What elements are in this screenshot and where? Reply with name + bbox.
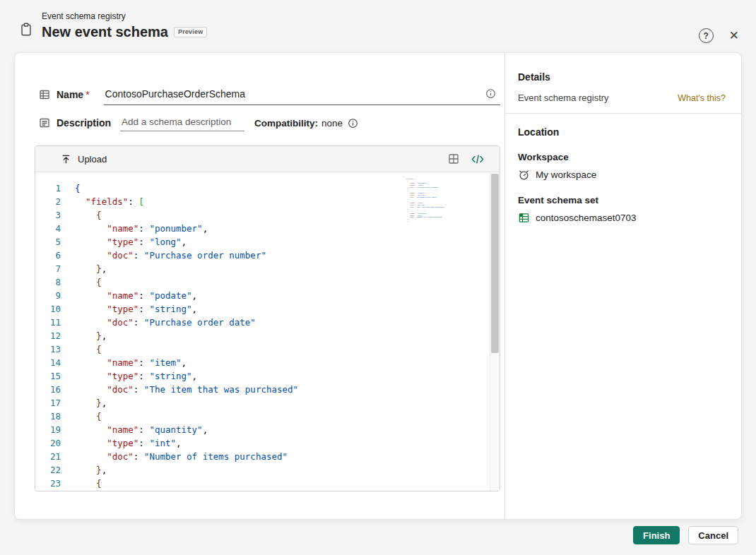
grid-view-icon [448, 153, 459, 165]
name-field-icon [39, 89, 50, 100]
upload-button[interactable]: Upload [61, 154, 107, 165]
dialog-footer: Finish Cancel [633, 526, 738, 544]
form-panel: Name * Description [15, 53, 504, 519]
description-field-row: Description Compatibility: none [39, 114, 500, 131]
name-input-wrap [104, 84, 500, 105]
schema-set-label: Event schema set [518, 195, 726, 205]
editor-toolbar: Upload [35, 146, 500, 172]
dialog-header: Event schema registry New event schema P… [18, 11, 739, 43]
compatibility-value: none [321, 118, 343, 129]
help-button[interactable]: ? [699, 28, 714, 43]
header-titles: Event schema registry New event schema P… [42, 11, 207, 43]
editor-scrollbar [490, 172, 500, 491]
code-view-button[interactable] [471, 154, 484, 165]
cancel-button[interactable]: Cancel [688, 526, 738, 544]
whats-this-link[interactable]: What's this? [678, 93, 726, 103]
page-title: New event schema [42, 24, 168, 40]
description-label: Description [57, 117, 111, 129]
compatibility-group: Compatibility: none [254, 118, 358, 129]
schema-set-value: contososchemaset0703 [536, 213, 637, 223]
workspace-icon [518, 169, 530, 181]
name-field-row: Name * [39, 84, 500, 105]
name-input[interactable] [105, 88, 485, 100]
name-info-icon[interactable] [485, 88, 496, 99]
upload-label: Upload [78, 154, 107, 165]
dialog-card: Name * Description [14, 52, 742, 520]
upload-icon [61, 154, 71, 165]
details-type-label: Event schema registry [518, 92, 609, 103]
compatibility-label: Compatibility: [254, 118, 318, 129]
workspace-value: My workspace [536, 169, 596, 180]
workspace-row: My workspace [518, 169, 726, 181]
schema-editor-panel: Upload [35, 145, 500, 491]
name-label: Name [57, 89, 83, 100]
event-schema-registry-icon [18, 22, 34, 43]
workspace-label: Workspace [518, 152, 726, 162]
details-panel: Details Event schema registry What's thi… [505, 53, 741, 519]
compatibility-info-icon[interactable] [348, 118, 358, 129]
name-required-mark: * [85, 89, 89, 100]
description-field-icon [39, 117, 50, 129]
close-icon[interactable]: ✕ [729, 30, 739, 42]
details-type-row: Event schema registry What's this? [518, 92, 726, 103]
preview-badge: Preview [174, 27, 207, 37]
details-divider [505, 113, 741, 114]
details-title: Details [518, 71, 726, 83]
minimap[interactable]: { "fields": [ { "name": "ponumber", "typ… [403, 176, 487, 255]
table-view-button[interactable] [448, 153, 459, 165]
line-numbers: 1234567891011121314151617181920212223 [35, 172, 66, 491]
editor-body: 1234567891011121314151617181920212223 { … [35, 172, 500, 491]
editor-scrollbar-thumb[interactable] [491, 174, 499, 353]
schema-set-row: contososchemaset0703 [518, 212, 726, 224]
code-view-icon [471, 154, 484, 165]
minimap-content: { "fields": [ { "name": "ponumber", "typ… [403, 176, 487, 222]
description-input[interactable] [120, 115, 244, 131]
breadcrumb: Event schema registry [42, 11, 207, 21]
schema-set-icon [518, 212, 530, 224]
location-title: Location [518, 126, 726, 138]
finish-button[interactable]: Finish [633, 526, 680, 544]
